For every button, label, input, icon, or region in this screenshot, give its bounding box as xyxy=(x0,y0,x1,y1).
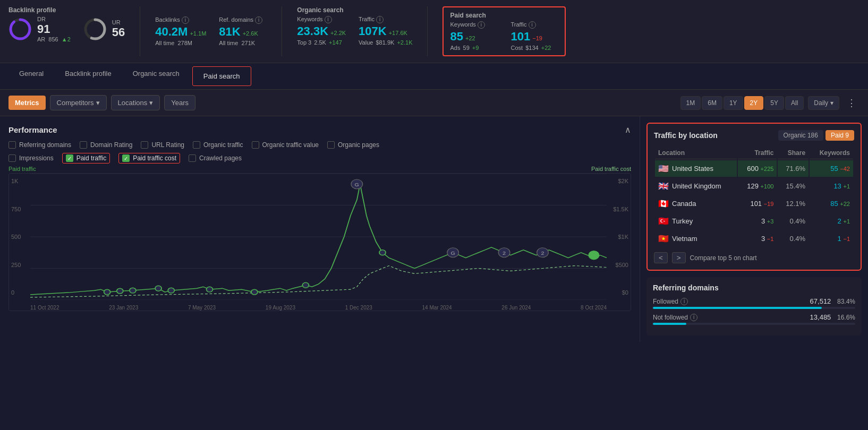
location-table: Location Traffic Share Keywords 🇺🇸United… xyxy=(654,146,854,248)
time-1y[interactable]: 1Y xyxy=(724,96,743,110)
checkbox-domain-rating[interactable]: Domain Rating xyxy=(80,141,132,149)
organic-traffic-info-icon[interactable]: i xyxy=(376,16,384,23)
tab-backlink-profile[interactable]: Backlink profile xyxy=(54,63,122,89)
checkbox-impressions[interactable]: Impressions xyxy=(8,154,54,162)
ref-domains-alltime: All time 271K xyxy=(219,40,267,46)
tl-tab-organic[interactable]: Organic 186 xyxy=(778,130,823,141)
country-tr: 🇹🇷Turkey xyxy=(655,213,737,229)
organic-keywords-block: Keywords i 23.3K +2.2K Top 3 2.5K +147 xyxy=(297,16,346,46)
collapse-button[interactable]: ∧ xyxy=(625,125,631,135)
divider-3 xyxy=(427,6,428,56)
organic-section: Organic search Keywords i 23.3K +2.2K To… xyxy=(297,6,412,56)
checkbox-paid-traffic-cost[interactable]: Paid traffic cost xyxy=(118,153,180,164)
years-button[interactable]: Years xyxy=(164,95,195,110)
organic-traffic-delta: +17.6K xyxy=(389,30,407,36)
organic-kw-value: 23.3K xyxy=(297,24,328,38)
checkbox-paid-traffic-cost-box xyxy=(122,154,130,162)
checkbox-paid-traffic[interactable]: Paid traffic xyxy=(62,153,110,164)
organic-kw-info-icon[interactable]: i xyxy=(325,16,332,23)
country-us: 🇺🇸United States xyxy=(655,160,737,177)
followed-pct: 83.4% xyxy=(837,298,855,305)
backlink-profile-section: Backlink profile DR 91 AR 856 ▲2 xyxy=(8,6,125,56)
organic-traffic-label: Traffic i xyxy=(359,16,412,23)
traffic-location-box: Traffic by location Organic 186 Paid 9 L… xyxy=(646,123,862,271)
ur-label: UR xyxy=(112,19,125,25)
time-6m[interactable]: 6M xyxy=(702,96,722,110)
tl-tab-paid[interactable]: Paid 9 xyxy=(826,130,854,141)
not-followed-pct: 16.6% xyxy=(837,314,855,321)
chart-right-label: Paid traffic cost xyxy=(591,166,631,172)
more-options-button[interactable]: ⋮ xyxy=(844,96,860,110)
top-header: Backlink profile DR 91 AR 856 ▲2 xyxy=(0,0,868,63)
country-vn: 🇻🇳Vietnam xyxy=(655,230,737,247)
not-followed-bar xyxy=(653,323,686,325)
time-5y[interactable]: 5Y xyxy=(764,96,784,110)
not-followed-info-icon[interactable]: i xyxy=(690,314,697,321)
performance-title: Performance xyxy=(8,125,57,134)
svg-point-18 xyxy=(379,250,386,255)
followed-bar-bg xyxy=(653,307,855,309)
checkbox-paid-traffic-box xyxy=(66,154,73,162)
table-row: 🇹🇷Turkey 3 +3 0.4% 2 +1 xyxy=(655,213,853,229)
table-row: 🇬🇧United Kingdom 129 +100 15.4% 13 +1 xyxy=(655,178,853,194)
right-panel: Traffic by location Organic 186 Paid 9 L… xyxy=(640,116,868,342)
checkbox-crawled-pages[interactable]: Crawled pages xyxy=(189,154,242,162)
table-row: 🇻🇳Vietnam 3 −1 0.4% 1 −1 xyxy=(655,230,853,247)
checkbox-organic-traffic-box xyxy=(193,141,200,149)
paid-traffic-delta: −19 xyxy=(532,35,542,41)
competitors-button[interactable]: Competitors ▾ xyxy=(50,95,107,110)
organic-kw-delta: +2.2K xyxy=(330,30,346,36)
ref-domains-info-icon[interactable]: i xyxy=(255,16,262,24)
tab-organic-search[interactable]: Organic search xyxy=(122,63,190,89)
metrics-button[interactable]: Metrics xyxy=(8,96,46,110)
checkbox-organic-traffic-value[interactable]: Organic traffic value xyxy=(252,141,319,149)
daily-button[interactable]: Daily ▾ xyxy=(808,96,839,110)
tab-paid-search[interactable]: Paid search xyxy=(192,66,251,86)
country-uk: 🇬🇧United Kingdom xyxy=(655,178,737,194)
ur-ring xyxy=(83,18,107,41)
backlinks-info-icon[interactable]: i xyxy=(182,16,189,24)
checkbox-impressions-box xyxy=(8,154,16,162)
paid-search-section: Paid search Keywords i 85 +22 Ads 59 +9 xyxy=(442,6,566,56)
followed-info-icon[interactable]: i xyxy=(680,298,688,305)
ur-value: 56 xyxy=(112,25,125,39)
checkbox-referring-domains[interactable]: Referring domains xyxy=(8,141,71,149)
time-2y[interactable]: 2Y xyxy=(744,96,764,110)
tl-title: Traffic by location xyxy=(654,131,718,140)
locations-button[interactable]: Locations ▾ xyxy=(111,95,160,110)
organic-traffic-block: Traffic i 107K +17.6K Value $81.9K +2.1K xyxy=(359,16,412,46)
backlinks-block: Backlinks i 40.2M +1.1M All time 278M xyxy=(155,16,206,46)
checkbox-organic-traffic[interactable]: Organic traffic xyxy=(193,141,243,149)
referring-domains-title: Referring domains xyxy=(653,283,855,292)
dr-ring xyxy=(8,18,32,41)
next-arrow[interactable]: > xyxy=(672,252,686,263)
svg-text:G: G xyxy=(450,251,455,256)
ref-domains-value: 81K xyxy=(219,25,240,39)
checkbox-organic-pages[interactable]: Organic pages xyxy=(327,141,379,149)
col-keywords: Keywords xyxy=(810,147,853,159)
paid-traffic-info-icon[interactable]: i xyxy=(529,21,536,29)
checkbox-referring-domains-box xyxy=(8,141,16,149)
prev-arrow[interactable]: < xyxy=(654,252,668,263)
tab-general[interactable]: General xyxy=(8,63,54,89)
chart-labels: Paid traffic Paid traffic cost xyxy=(8,166,631,172)
checkbox-row-2: Impressions Paid traffic Paid traffic co… xyxy=(8,153,631,164)
checkbox-url-rating[interactable]: URL Rating xyxy=(141,141,184,149)
paid-kw-info-icon[interactable]: i xyxy=(478,21,485,29)
backlinks-label: Backlinks i xyxy=(155,16,206,24)
organic-kw-sub: Top 3 2.5K +147 xyxy=(297,39,346,46)
time-all[interactable]: All xyxy=(785,96,804,110)
paid-traffic-label: Traffic i xyxy=(510,21,558,29)
checkbox-url-rating-box xyxy=(141,141,148,149)
divider-2 xyxy=(282,6,282,56)
ur-values: UR 56 xyxy=(112,19,125,39)
backlinks-delta: +1.1M xyxy=(190,30,206,37)
main-content: Performance ∧ Referring domains Domain R… xyxy=(0,116,868,342)
time-1m[interactable]: 1M xyxy=(680,96,701,110)
paid-traffic-value: 101 xyxy=(510,30,530,44)
paid-search-metrics: Keywords i 85 +22 Ads 59 +9 Traffic i xyxy=(450,21,558,51)
location-table-body: 🇺🇸United States 600 +225 71.6% 55 −42 🇬🇧… xyxy=(655,160,853,247)
svg-point-11 xyxy=(130,288,136,293)
paid-kw-value: 85 xyxy=(450,30,463,44)
links-section: Backlinks i 40.2M +1.1M All time 278M Re… xyxy=(155,6,267,56)
